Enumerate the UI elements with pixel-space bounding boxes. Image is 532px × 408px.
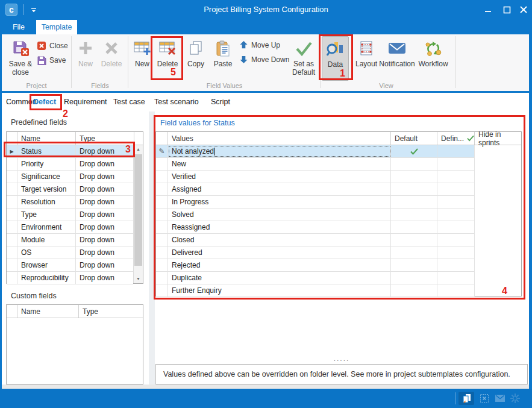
default-cell[interactable] — [391, 272, 437, 284]
defined-cell[interactable] — [437, 272, 475, 284]
tab-file[interactable]: File — [4, 20, 34, 34]
field-value-row[interactable]: Duplicate — [156, 272, 475, 284]
predefined-field-row[interactable]: TypeDrop down — [7, 209, 133, 221]
field-value-row[interactable]: Closed — [156, 234, 475, 246]
predefined-field-row[interactable]: SignificanceDrop down — [7, 171, 133, 183]
field-value-row[interactable]: Reassigned — [156, 221, 475, 234]
value-cell[interactable]: Delivered — [168, 246, 391, 259]
column-header-name[interactable]: Name — [17, 132, 76, 145]
field-values-new-button[interactable]: New — [130, 36, 154, 81]
defined-cell[interactable] — [437, 183, 475, 195]
defined-cell[interactable] — [437, 196, 475, 208]
predefined-field-row[interactable]: BrowserDrop down — [7, 259, 133, 272]
scroll-up-icon[interactable]: ▲ — [134, 145, 143, 154]
value-cell[interactable]: Further Enquiry — [168, 284, 391, 297]
copy-button[interactable]: Copy — [183, 36, 209, 81]
default-cell[interactable] — [391, 183, 437, 195]
move-down-button[interactable]: Move Down — [239, 53, 289, 66]
predefined-field-row[interactable]: OSDrop down — [7, 246, 133, 259]
default-cell[interactable] — [391, 234, 437, 246]
default-cell[interactable] — [391, 221, 437, 233]
field-value-row[interactable]: Verified — [156, 171, 475, 183]
fields-delete-button[interactable]: Delete — [98, 36, 125, 81]
default-cell[interactable] — [391, 145, 437, 157]
value-cell[interactable]: Solved — [168, 209, 391, 221]
field-value-row[interactable]: New — [156, 158, 475, 171]
doc-tab-test-case[interactable]: Test case — [113, 98, 145, 106]
predefined-field-row[interactable]: ResolutionDrop down — [7, 196, 133, 209]
value-cell[interactable]: Verified — [168, 171, 391, 183]
panel-splitter[interactable] — [149, 111, 155, 384]
field-value-row[interactable]: Solved — [156, 209, 475, 221]
doc-tab-test-scenario[interactable]: Test scenario — [154, 98, 199, 106]
doc-tab-requirement[interactable]: Requirement — [64, 98, 107, 106]
value-cell[interactable]: Duplicate — [168, 272, 391, 284]
defined-cell[interactable] — [437, 158, 475, 170]
defined-cell[interactable] — [437, 209, 475, 221]
save-and-close-button[interactable]: Save & close — [5, 36, 36, 81]
field-value-row[interactable]: In Progress — [156, 196, 475, 209]
default-cell[interactable] — [391, 246, 437, 259]
mail-status-icon[interactable] — [492, 392, 508, 405]
field-value-row[interactable]: Rejected — [156, 259, 475, 272]
minimize-button[interactable] — [481, 4, 495, 16]
defined-cell[interactable] — [437, 145, 475, 157]
fields-new-button[interactable]: New — [74, 36, 97, 81]
doc-tab-defect[interactable]: Defect — [33, 98, 56, 106]
column-header-defined[interactable]: Defin... — [437, 132, 475, 145]
predefined-field-row[interactable]: EnvironmentDrop down — [7, 221, 133, 234]
defined-cell[interactable] — [437, 234, 475, 246]
save-button[interactable]: Save — [37, 54, 66, 66]
default-cell[interactable] — [391, 196, 437, 208]
default-cell[interactable] — [391, 259, 437, 271]
maximize-button[interactable] — [500, 4, 513, 16]
defined-cell[interactable] — [437, 171, 475, 183]
default-cell[interactable] — [391, 158, 437, 170]
defined-cell[interactable] — [437, 259, 475, 271]
default-cell[interactable] — [391, 171, 437, 183]
column-header-hide-in-sprints[interactable]: Hide in sprints — [475, 132, 521, 145]
close-button[interactable]: Close — [37, 39, 68, 52]
default-cell[interactable] — [391, 284, 437, 297]
default-cell[interactable] — [391, 209, 437, 221]
value-cell[interactable]: In Progress — [168, 196, 391, 208]
field-value-row[interactable]: Assigned — [156, 183, 475, 196]
move-up-button[interactable]: Move Up — [239, 39, 280, 51]
tab-template[interactable]: Template — [36, 20, 77, 34]
notification-button[interactable]: Notification — [377, 36, 417, 81]
predefined-field-row[interactable]: ModuleDrop down — [7, 234, 133, 246]
column-header-values[interactable]: Values — [168, 132, 391, 145]
workflow-button[interactable]: Workflow — [416, 36, 451, 81]
doc-tab-common[interactable]: Common — [6, 98, 37, 106]
predefined-field-row[interactable]: Target versionDrop down — [7, 183, 133, 196]
value-cell[interactable]: Reassigned — [168, 221, 391, 233]
paste-button[interactable]: Paste — [210, 36, 236, 81]
value-cell[interactable]: Rejected — [168, 259, 391, 271]
predefined-fields-scrollbar[interactable]: ▲ ▼ — [133, 145, 143, 283]
scrollbar-thumb[interactable] — [134, 154, 142, 266]
value-cell[interactable]: New — [168, 158, 391, 170]
data-button[interactable]: Data — [322, 36, 349, 81]
column-header-type[interactable]: Type — [79, 305, 143, 318]
gear-icon[interactable] — [507, 392, 523, 405]
field-value-row[interactable]: Delivered — [156, 246, 475, 259]
column-header-name[interactable]: Name — [17, 305, 79, 318]
predefined-field-row[interactable]: ▶StatusDrop down — [7, 145, 133, 158]
defined-cell[interactable] — [437, 221, 475, 233]
close-window-button[interactable] — [517, 4, 530, 16]
value-cell[interactable]: Closed — [168, 234, 391, 246]
doc-tab-script[interactable]: Script — [211, 98, 230, 106]
documents-icon[interactable] — [458, 392, 474, 405]
column-header-default[interactable]: Default — [391, 132, 437, 145]
field-value-row[interactable]: ✎Not analyzed — [156, 145, 475, 158]
value-cell-editing[interactable]: Not analyzed — [168, 145, 391, 157]
field-values-delete-button[interactable]: Delete — [154, 36, 181, 81]
predefined-field-row[interactable]: ReproducibilityDrop down — [7, 272, 133, 284]
predefined-field-row[interactable]: PriorityDrop down — [7, 158, 133, 171]
set-as-default-button[interactable]: Set as Default — [289, 36, 319, 81]
defined-cell[interactable] — [437, 284, 475, 297]
grid-box-icon[interactable] — [477, 392, 492, 405]
field-value-row[interactable]: Further Enquiry — [156, 284, 475, 297]
scroll-down-icon[interactable]: ▼ — [134, 275, 143, 283]
defined-cell[interactable] — [437, 246, 475, 259]
